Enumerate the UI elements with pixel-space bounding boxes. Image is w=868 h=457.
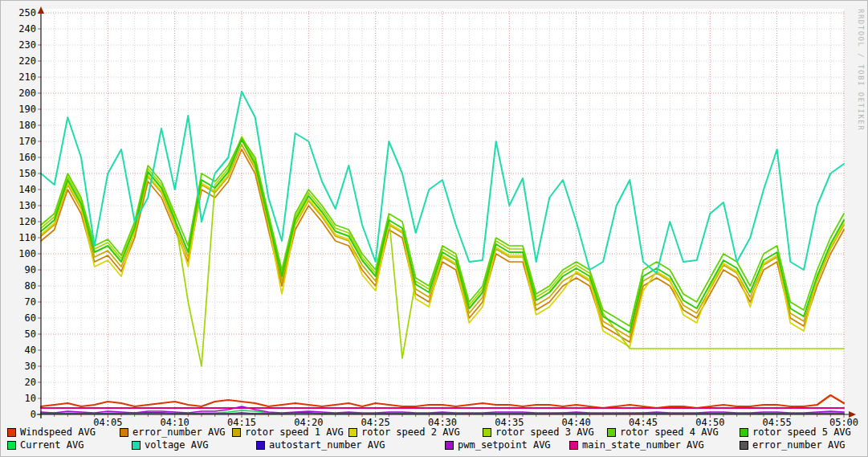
- y-axis-tick-label: 110: [7, 233, 36, 243]
- legend-label: pwm_setpoint AVG: [458, 440, 551, 451]
- y-axis-tick-label: 240: [7, 24, 36, 34]
- legend-label: error_number AVG: [752, 440, 846, 451]
- y-axis-tick-label: 170: [7, 137, 36, 146]
- legend-swatch-icon: [256, 441, 265, 450]
- legend-swatch-icon: [607, 428, 616, 437]
- y-axis-tick-label: 70: [7, 297, 36, 307]
- legend-item-current: Current AVG: [7, 440, 84, 451]
- legend-label: rotor speed 2 AVG: [361, 427, 460, 438]
- legend-swatch-icon: [740, 428, 748, 437]
- legend-label: rotor speed 5 AVG: [752, 427, 851, 438]
- y-axis-tick-label: 150: [7, 169, 36, 178]
- legend-item-rotor_speed_4: rotor speed 4 AVG: [607, 427, 719, 438]
- rrdtool-graph: 0102030405060708090100110120130140150160…: [0, 0, 868, 457]
- legend-label: error_number AVG: [132, 427, 226, 438]
- legend-item-autostart_number: autostart_number AVG: [256, 440, 385, 451]
- y-axis-tick-label: 40: [7, 345, 36, 355]
- y-axis-tick-label: 230: [7, 40, 36, 50]
- legend-label: voltage AVG: [145, 440, 208, 451]
- y-axis-tick-label: 160: [7, 153, 36, 162]
- legend-item-voltage: voltage AVG: [132, 440, 208, 451]
- y-axis-tick-label: 90: [7, 265, 36, 275]
- legend-item-error_number_2: error_number AVG: [740, 440, 846, 451]
- y-axis-tick-label: 30: [7, 361, 36, 371]
- legend-label: Current AVG: [20, 440, 84, 451]
- y-axis-tick-label: 220: [7, 56, 36, 66]
- rrdtool-watermark: RRDTOOL / TOBI OETIKER: [857, 9, 865, 131]
- legend-swatch-icon: [7, 441, 16, 450]
- y-axis-tick-label: 250: [7, 8, 36, 18]
- legend-swatch-icon: [348, 428, 357, 437]
- legend-item-rotor_speed_5: rotor speed 5 AVG: [740, 427, 851, 438]
- legend-item-error_number: error_number AVG: [120, 427, 226, 438]
- y-axis-tick-label: 130: [7, 201, 36, 210]
- legend-label: rotor speed 1 AVG: [245, 427, 344, 438]
- legend-label: autostart_number AVG: [269, 440, 385, 451]
- legend-swatch-icon: [120, 428, 128, 437]
- y-axis-tick-label: 200: [7, 88, 36, 98]
- legend-swatch-icon: [232, 428, 241, 437]
- legend-swatch-icon: [7, 428, 16, 437]
- legend-swatch-icon: [483, 428, 491, 437]
- legend-swatch-icon: [445, 441, 454, 450]
- y-axis-tick-label: 50: [7, 329, 36, 339]
- legend-label: main_state_number AVG: [582, 440, 704, 451]
- legend-item-rotor_speed_2: rotor speed 2 AVG: [348, 427, 460, 438]
- y-axis-tick-label: 210: [7, 72, 36, 82]
- y-axis-tick-label: 180: [7, 120, 36, 130]
- legend-item-rotor_speed_3: rotor speed 3 AVG: [483, 427, 594, 438]
- legend-label: Windspeed AVG: [20, 427, 96, 438]
- y-axis-tick-label: 140: [7, 185, 36, 194]
- y-axis-tick-label: 100: [7, 249, 36, 259]
- legend-swatch-icon: [569, 441, 578, 450]
- y-axis-tick-label: 10: [7, 394, 36, 403]
- legend-label: rotor speed 4 AVG: [620, 427, 719, 438]
- chart-canvas: [1, 1, 868, 426]
- y-axis-tick-label: 80: [7, 281, 36, 291]
- y-axis-tick-label: 60: [7, 313, 36, 323]
- y-axis-tick-label: 20: [7, 377, 36, 387]
- y-axis-tick-label: 0: [7, 410, 36, 419]
- y-axis-tick-label: 190: [7, 104, 36, 114]
- legend-label: rotor speed 3 AVG: [495, 427, 594, 438]
- legend-item-rotor_speed_1: rotor speed 1 AVG: [232, 427, 344, 438]
- legend-item-pwm_setpoint: pwm_setpoint AVG: [445, 440, 551, 451]
- y-axis-tick-label: 120: [7, 217, 36, 226]
- legend-swatch-icon: [132, 441, 141, 450]
- legend-item-windspeed: Windspeed AVG: [7, 427, 96, 438]
- legend-swatch-icon: [740, 441, 748, 450]
- legend-item-main_state_number: main_state_number AVG: [569, 440, 704, 451]
